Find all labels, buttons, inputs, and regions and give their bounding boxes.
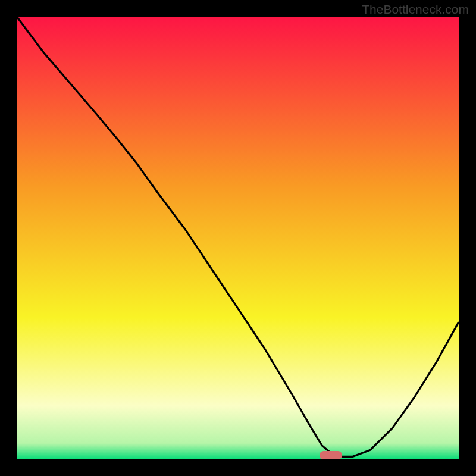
plot-area: [17, 17, 459, 459]
optimal-marker: [320, 451, 342, 459]
watermark-label: TheBottleneck.com: [362, 2, 469, 17]
chart-container: TheBottleneck.com: [0, 0, 476, 476]
bottleneck-curve: [17, 17, 459, 459]
